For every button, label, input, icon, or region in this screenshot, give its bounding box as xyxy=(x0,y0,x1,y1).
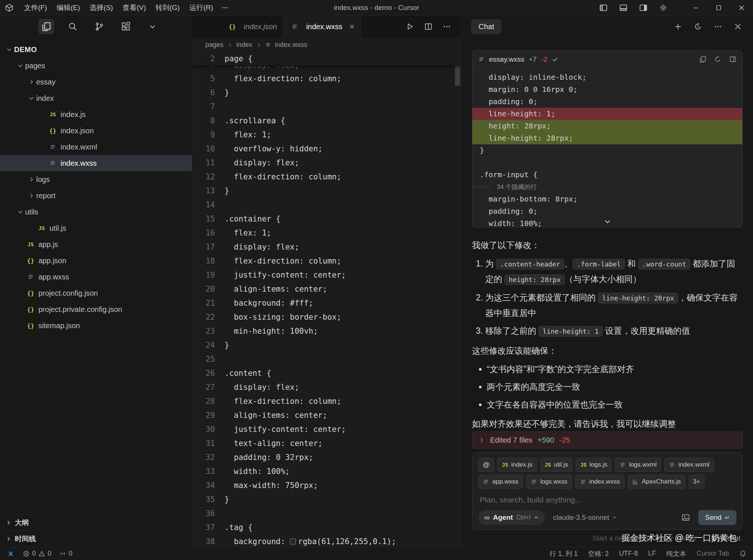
code-line: 28 flex-direction: column; xyxy=(192,394,461,408)
status-item[interactable]: Cursor Tab xyxy=(696,550,729,557)
tree-item-essay[interactable]: essay xyxy=(0,74,192,90)
close-chat-icon[interactable] xyxy=(734,23,742,31)
breadcrumb-item[interactable]: pages xyxy=(205,41,223,49)
tree-item-index.wxml[interactable]: index.wxml xyxy=(0,139,192,155)
tree-item-index.js[interactable]: JSindex.js xyxy=(0,106,192,123)
context-chip-at[interactable]: @ xyxy=(478,458,494,472)
diff-line: padding: 0; xyxy=(472,205,742,217)
send-button[interactable]: Send ↵ xyxy=(698,510,736,525)
menu-bar: 文件(F)编辑(E)选择(S)查看(V)转到(G)运行(R) xyxy=(19,1,218,15)
diff-line: line-height: 28rpx; xyxy=(472,132,742,144)
settings-gear-icon[interactable] xyxy=(659,4,667,12)
ports-indicator[interactable]: 0 xyxy=(59,550,72,557)
toggle-sidebar-icon[interactable] xyxy=(599,4,607,12)
edited-files-bar[interactable]: Edited 7 files +590 -25 xyxy=(472,432,743,449)
minimize-button[interactable] xyxy=(684,0,707,16)
source-control-icon[interactable] xyxy=(92,19,107,34)
tree-item-DEMO[interactable]: DEMO xyxy=(0,41,192,58)
menu-item[interactable]: 选择(S) xyxy=(85,1,118,15)
code-editor[interactable]: 2 page { 4 display: flex; 5 flex-directi… xyxy=(192,52,461,547)
tab-index-wxss[interactable]: index.wxss xyxy=(283,16,361,38)
remote-indicator-icon[interactable] xyxy=(7,550,15,558)
chat-input[interactable] xyxy=(478,492,736,510)
status-item[interactable]: 空格: 2 xyxy=(588,549,609,558)
open-diff-icon[interactable] xyxy=(729,56,736,63)
close-window-button[interactable] xyxy=(730,0,753,16)
tree-item-util.js[interactable]: JSutil.js xyxy=(0,220,192,236)
tree-item-app.json[interactable]: {}app.json xyxy=(0,252,192,269)
sidebar-footer: 大纲 时间线 xyxy=(0,514,192,547)
tree-item-app.js[interactable]: JSapp.js xyxy=(0,236,192,252)
menu-item[interactable]: 查看(V) xyxy=(118,1,151,15)
status-item[interactable]: 纯文本 xyxy=(666,549,686,558)
breadcrumb-item[interactable]: index xyxy=(236,41,252,49)
history-icon[interactable] xyxy=(694,23,702,31)
toggle-panel-icon[interactable] xyxy=(619,4,627,12)
run-icon[interactable] xyxy=(406,23,414,31)
tree-item-project.config.json[interactable]: {}project.config.json xyxy=(0,285,192,301)
line-number: 7 xyxy=(192,100,225,114)
new-chat-link[interactable]: New chat xyxy=(711,534,740,542)
menu-item[interactable]: 编辑(E) xyxy=(52,1,85,15)
explorer-icon[interactable] xyxy=(38,19,54,34)
more-views-chevron-icon[interactable] xyxy=(145,19,160,34)
more-actions-icon[interactable] xyxy=(443,23,451,31)
tree-item-report[interactable]: report xyxy=(0,188,192,204)
context-chip-logs.js[interactable]: JSlogs.js xyxy=(576,458,612,472)
expand-diff-button[interactable] xyxy=(600,217,615,226)
menu-item[interactable]: 转到(G) xyxy=(151,1,184,15)
maximize-button[interactable] xyxy=(707,0,730,16)
split-editor-icon[interactable] xyxy=(424,23,432,31)
copy-icon[interactable] xyxy=(699,56,706,63)
context-chip-logs.wxss[interactable]: logs.wxss xyxy=(526,475,572,489)
code-line: 27 display: flex; xyxy=(192,380,461,394)
search-icon[interactable] xyxy=(65,19,81,34)
extensions-icon[interactable] xyxy=(118,19,134,34)
diff-file-name[interactable]: essay.wxss xyxy=(489,55,524,63)
breadcrumb-item[interactable]: index.wxss xyxy=(275,41,307,49)
context-chip-index.js[interactable]: JSindex.js xyxy=(497,458,537,472)
agent-mode-selector[interactable]: ∞ Agent Ctrl+I xyxy=(478,510,545,525)
tree-item-index.json[interactable]: {}index.json xyxy=(0,123,192,139)
tree-item-index.wxss[interactable]: index.wxss xyxy=(0,155,192,171)
menu-item[interactable]: 运行(R) xyxy=(185,1,218,15)
notifications-bell-icon[interactable] xyxy=(739,550,746,557)
timeline-section[interactable]: 时间线 xyxy=(0,530,192,547)
context-chip-3+[interactable]: 3+ xyxy=(689,475,705,489)
tab-label: index.json xyxy=(244,23,277,31)
tab-chat[interactable]: Chat xyxy=(471,19,502,34)
context-chip-index.wxss[interactable]: index.wxss xyxy=(575,475,624,489)
wxss-file-icon xyxy=(289,23,300,30)
status-item[interactable]: LF xyxy=(648,550,656,557)
context-chip-logs.wxml[interactable]: logs.wxml xyxy=(615,458,661,472)
tab-bar: {} index.json index.wxss xyxy=(192,16,461,38)
tree-item-project.private.config.json[interactable]: {}project.private.config.json xyxy=(0,301,192,317)
tree-item-index[interactable]: index xyxy=(0,90,192,106)
status-item[interactable]: UTF-8 xyxy=(619,550,638,557)
context-chip-app.wxss[interactable]: app.wxss xyxy=(478,475,523,489)
close-tab-icon[interactable] xyxy=(349,24,355,30)
tab-index-json[interactable]: {} index.json xyxy=(221,16,283,38)
reapply-icon[interactable] xyxy=(714,56,721,63)
problems-indicator[interactable]: 0 0 xyxy=(23,550,51,557)
tree-item-logs[interactable]: logs xyxy=(0,171,192,188)
error-count: 0 xyxy=(32,550,36,557)
tree-item-pages[interactable]: pages xyxy=(0,58,192,74)
chevron-down-icon xyxy=(16,62,25,69)
menu-item[interactable]: 文件(F) xyxy=(19,1,52,15)
toggle-secondary-sidebar-icon[interactable] xyxy=(639,4,647,12)
tree-item-app.wxss[interactable]: app.wxss xyxy=(0,269,192,285)
status-item[interactable]: 行 1, 列 1 xyxy=(550,549,578,558)
tree-item-utils[interactable]: utils xyxy=(0,204,192,220)
new-chat-icon[interactable] xyxy=(674,23,682,31)
model-selector[interactable]: claude-3.5-sonnet xyxy=(553,513,617,522)
context-chip-ApexCharts.js[interactable]: ApexCharts.js xyxy=(628,475,685,489)
attach-image-icon[interactable] xyxy=(681,513,690,522)
editor-group: {} index.json index.wxss pages index xyxy=(192,16,461,547)
context-chip-index.wxml[interactable]: index.wxml xyxy=(664,458,714,472)
outline-section[interactable]: 大纲 xyxy=(0,514,192,530)
more-menus-icon[interactable] xyxy=(218,2,232,13)
tree-item-sitemap.json[interactable]: {}sitemap.json xyxy=(0,317,192,334)
more-chat-options-icon[interactable] xyxy=(714,23,722,31)
context-chip-util.js[interactable]: JSutil.js xyxy=(540,458,573,472)
